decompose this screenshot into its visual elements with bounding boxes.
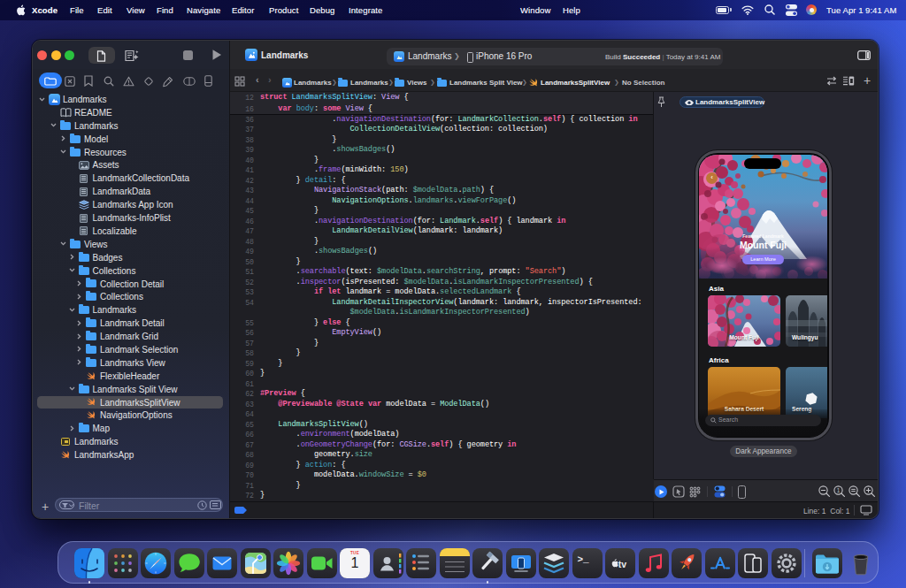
svg-text:tv: tv [618, 559, 626, 569]
svg-text:1: 1 [837, 487, 841, 493]
